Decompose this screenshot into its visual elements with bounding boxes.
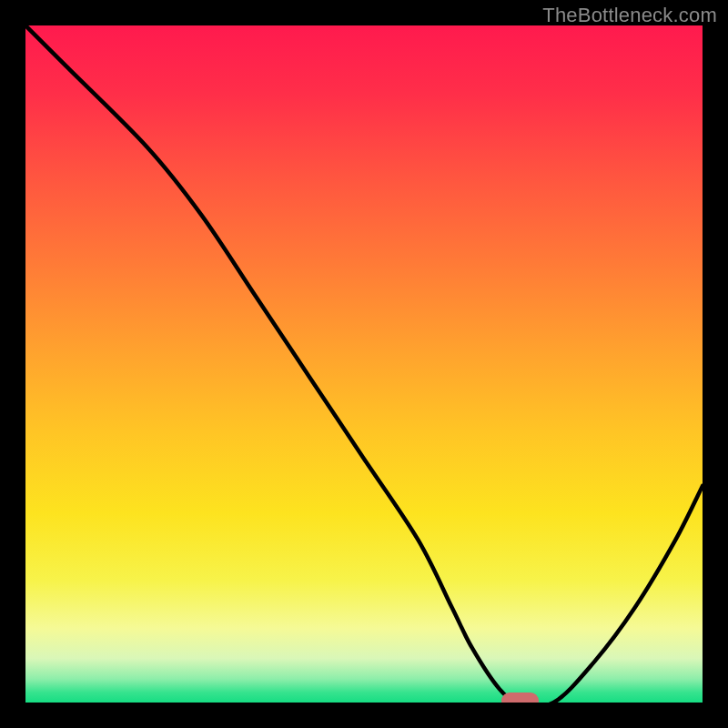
bottleneck-curve [25,25,703,703]
watermark-text: TheBottleneck.com [542,4,717,27]
optimal-marker [501,693,539,703]
plot-area [25,25,703,703]
chart-frame: TheBottleneck.com [0,0,728,728]
